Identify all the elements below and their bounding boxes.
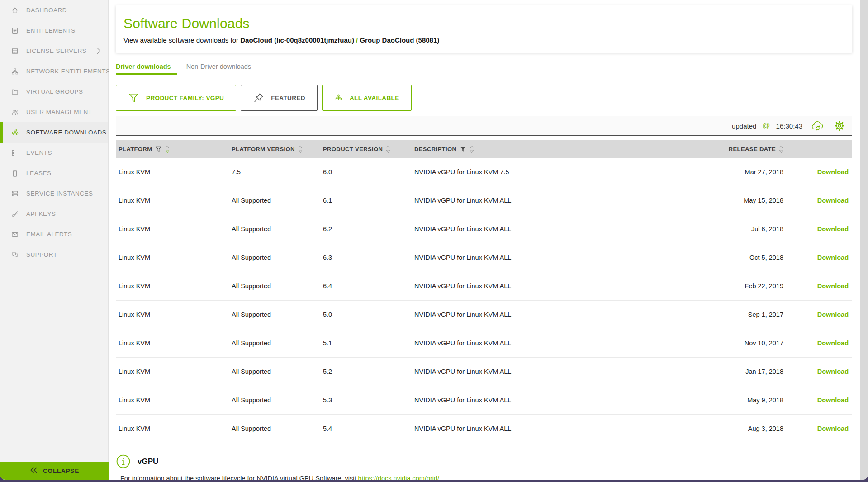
download-link[interactable]: Download [817, 396, 849, 404]
filter-buttons: PRODUCT FAMILY: VGPU FEATURED ALL AVAILA… [116, 85, 412, 111]
column-header-platform-version[interactable]: PLATFORM VERSION [229, 145, 320, 153]
cell-product-version: 6.1 [320, 197, 412, 204]
sidebar-item-events[interactable]: EVENTS [0, 143, 108, 163]
sidebar-item-support[interactable]: SUPPORT [0, 244, 108, 265]
home-icon [10, 6, 19, 15]
cell-platform: Linux KVM [116, 168, 229, 176]
cell-platform: Linux KVM [116, 339, 229, 347]
cell-platform-version: All Supported [229, 197, 320, 204]
updated-time: 16:30:43 [776, 122, 802, 130]
collapse-label: COLLAPSE [43, 468, 79, 474]
breadcrumb-separator: / [354, 36, 360, 44]
table-row: Linux KVMAll Supported5.1NVIDIA vGPU for… [116, 329, 852, 358]
sort-icon-active [165, 145, 170, 153]
all-available-filter-button[interactable]: ALL AVAILABLE [322, 85, 412, 111]
column-header-description[interactable]: DESCRIPTION [412, 145, 707, 153]
downloads-table: PLATFORMPLATFORM VERSIONPRODUCT VERSIOND… [116, 140, 852, 443]
sidebar-item-software-downloads[interactable]: SOFTWARE DOWNLOADS [0, 122, 108, 143]
sidebar-item-license-servers[interactable]: LICENSE SERVERS [0, 41, 108, 61]
cell-platform-version: All Supported [229, 254, 320, 261]
sidebar-item-label: API KEYS [26, 210, 56, 217]
sidebar-item-service-instances[interactable]: SERVICE INSTANCES [0, 183, 108, 204]
key-icon [10, 210, 19, 219]
sidebar-item-email-alerts[interactable]: EMAIL ALERTS [0, 224, 108, 244]
cell-description: NVIDIA vGPU for Linux KVM ALL [412, 197, 707, 204]
tab-driver-downloads[interactable]: Driver downloads [116, 63, 171, 75]
collapse-button[interactable]: COLLAPSE [0, 462, 109, 480]
server-icon [10, 47, 19, 56]
cloud-refresh-icon[interactable] [811, 120, 825, 131]
gear-icon[interactable] [834, 120, 845, 132]
info-note: For information about the software lifec… [120, 475, 439, 480]
info-note-text: For information about the software lifec… [120, 475, 358, 480]
cell-platform: Linux KVM [116, 311, 229, 318]
cell-platform: Linux KVM [116, 225, 229, 233]
cell-platform: Linux KVM [116, 396, 229, 404]
cell-release-date: Feb 22, 2019 [707, 282, 784, 290]
sidebar-item-label: LEASES [26, 170, 52, 177]
column-header-platform[interactable]: PLATFORM [116, 145, 229, 153]
download-link[interactable]: Download [817, 368, 849, 375]
download-link[interactable]: Download [817, 339, 849, 347]
sidebar-item-dashboard[interactable]: DASHBOARD [0, 0, 108, 20]
group-link[interactable]: Group DaoCloud (58081) [360, 36, 439, 44]
table-row: Linux KVMAll Supported6.1NVIDIA vGPU for… [116, 186, 852, 215]
cell-action: Download [784, 425, 852, 432]
cell-platform-version: All Supported [229, 425, 320, 432]
sidebar-item-entitlements[interactable]: ENTITLEMENTS [0, 20, 108, 41]
info-note-link[interactable]: https://docs.nvidia.com/grid/ [358, 475, 439, 480]
cell-platform: Linux KVM [116, 254, 229, 261]
cell-platform-version: 7.5 [229, 168, 320, 176]
sidebar-item-leases[interactable]: LEASES [0, 163, 108, 183]
featured-filter-button[interactable]: FEATURED [241, 85, 318, 111]
cell-description: NVIDIA vGPU for Linux KVM ALL [412, 396, 707, 404]
tab-non-driver-downloads[interactable]: Non-Driver downloads [186, 63, 251, 75]
sidebar-item-label: SUPPORT [26, 251, 57, 258]
cell-action: Download [784, 396, 852, 404]
events-grid-icon [10, 148, 19, 157]
cell-action: Download [784, 311, 852, 318]
sidebar-item-label: EMAIL ALERTS [26, 231, 72, 238]
sidebar-item-network-entitlements[interactable]: NETWORK ENTITLEMENTS [0, 61, 108, 81]
download-link[interactable]: Download [817, 282, 849, 290]
cell-action: Download [784, 368, 852, 375]
cell-description: NVIDIA vGPU for Linux KVM ALL [412, 282, 707, 290]
download-link[interactable]: Download [817, 254, 849, 261]
sidebar-item-virtual-groups[interactable]: VIRTUAL GROUPS [0, 81, 108, 102]
download-link[interactable]: Download [817, 225, 849, 233]
download-link[interactable]: Download [817, 168, 849, 176]
sidebar-item-user-management[interactable]: USER MANAGEMENT [0, 102, 108, 122]
status-bar: updated @ 16:30:43 [116, 116, 852, 136]
cell-description: NVIDIA vGPU for Linux KVM ALL [412, 339, 707, 347]
cell-platform-version: All Supported [229, 339, 320, 347]
download-link[interactable]: Download [817, 311, 849, 318]
cell-platform-version: All Supported [229, 368, 320, 375]
cell-action: Download [784, 282, 852, 290]
updated-label: updated [732, 122, 756, 130]
breadcrumb-prefix: View available software downloads for [123, 36, 240, 44]
page-header-card: Software Downloads View available softwa… [116, 5, 852, 53]
sort-icon [779, 145, 783, 153]
org-link[interactable]: DaoCloud (lic-00q8z00001tjmzfuau) [240, 36, 354, 44]
support-chat-icon [10, 250, 19, 259]
column-label: PRODUCT VERSION [323, 146, 383, 153]
cell-description: NVIDIA vGPU for Linux KVM ALL [412, 225, 707, 233]
cell-description: NVIDIA vGPU for Linux KVM ALL [412, 368, 707, 375]
sidebar-item-api-keys[interactable]: API KEYS [0, 204, 108, 224]
column-header-release-date[interactable]: RELEASE DATE [707, 145, 784, 153]
column-header-product-version[interactable]: PRODUCT VERSION [320, 145, 412, 153]
download-link[interactable]: Download [817, 197, 849, 204]
cell-product-version: 5.1 [320, 339, 412, 347]
download-link[interactable]: Download [817, 425, 849, 432]
sidebar-item-label: SERVICE INSTANCES [26, 190, 93, 197]
table-row: Linux KVMAll Supported5.3NVIDIA vGPU for… [116, 386, 852, 415]
cell-release-date: Nov 10, 2017 [707, 339, 784, 347]
cell-release-date: Jul 6, 2018 [707, 225, 784, 233]
sidebar-item-label: LICENSE SERVERS [26, 48, 86, 54]
info-section: vGPU [116, 454, 158, 469]
column-label: DESCRIPTION [414, 146, 456, 153]
product-family-filter-button[interactable]: PRODUCT FAMILY: VGPU [116, 85, 236, 111]
cell-platform: Linux KVM [116, 282, 229, 290]
sidebar-item-label: NETWORK ENTITLEMENTS [26, 68, 110, 75]
folder-icon [10, 87, 19, 96]
